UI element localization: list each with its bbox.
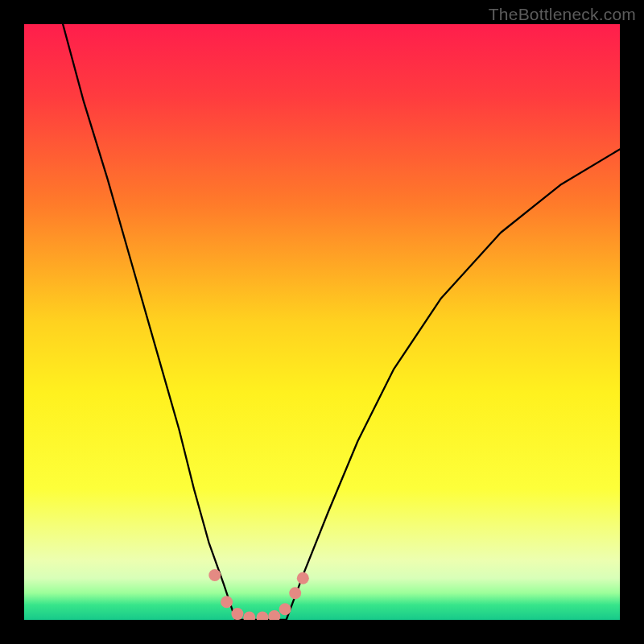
svg-point-6 <box>279 603 291 615</box>
svg-point-7 <box>289 587 301 599</box>
svg-point-8 <box>297 572 309 584</box>
plot-area <box>24 24 620 620</box>
svg-point-1 <box>221 596 233 608</box>
watermark-text: TheBottleneck.com <box>489 5 636 24</box>
svg-point-0 <box>208 569 221 581</box>
svg-point-2 <box>231 608 243 620</box>
gradient-background <box>24 24 620 620</box>
chart-frame: TheBottleneck.com <box>0 0 644 644</box>
chart-svg <box>24 24 620 620</box>
